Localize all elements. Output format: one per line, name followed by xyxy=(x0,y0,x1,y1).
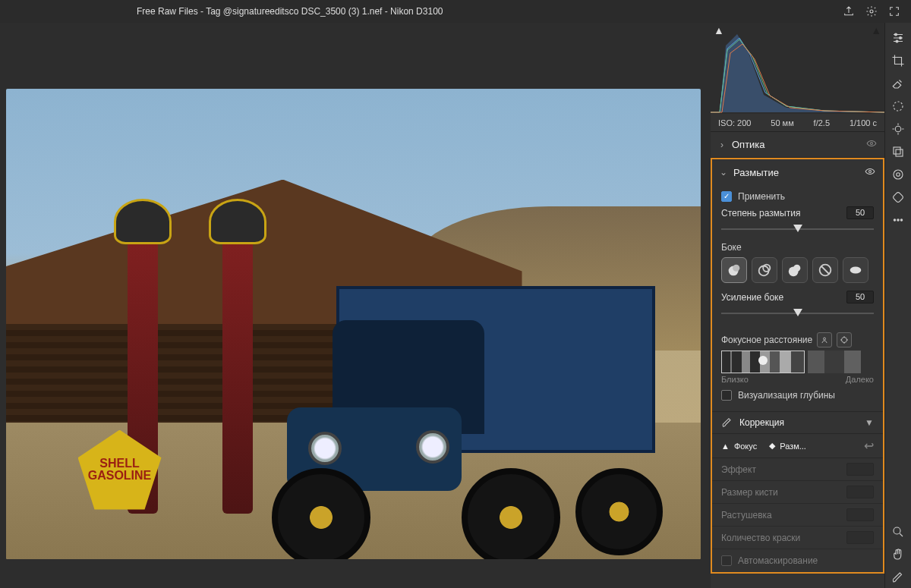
apply-checkbox[interactable] xyxy=(721,191,732,202)
correction-header[interactable]: Коррекция ▼ xyxy=(712,411,883,434)
bokeh-shape-3[interactable] xyxy=(782,257,808,283)
redeye-icon[interactable] xyxy=(887,118,909,140)
svg-point-17 xyxy=(895,126,901,132)
svg-point-8 xyxy=(789,266,799,276)
brush-size-row: Размер кисти xyxy=(712,481,883,504)
more-icon[interactable] xyxy=(887,209,909,231)
svg-point-25 xyxy=(900,219,902,221)
sliders-icon[interactable] xyxy=(887,27,909,49)
chevron-down-icon: ⌄ xyxy=(720,167,727,178)
apply-row[interactable]: Применить xyxy=(721,191,874,202)
eye-icon[interactable] xyxy=(866,138,877,151)
blur-amount-value[interactable]: 50 xyxy=(846,206,874,219)
gear-icon[interactable] xyxy=(862,2,881,20)
focal-depth-rest[interactable] xyxy=(808,351,874,373)
tab-blur[interactable]: ◆ Разм... xyxy=(769,441,806,451)
fullscreen-icon[interactable] xyxy=(885,2,903,20)
far-label: Далеко xyxy=(846,375,874,384)
bokeh-shape-2[interactable] xyxy=(752,257,777,283)
tab-focus[interactable]: ▲ Фокус xyxy=(721,442,757,451)
section-blur-header[interactable]: ⌄ Размытие xyxy=(712,159,883,185)
bokeh-shape-5[interactable] xyxy=(843,257,868,283)
eraser-icon[interactable] xyxy=(887,73,909,94)
svg-point-11 xyxy=(824,338,826,340)
feather-row: Растушевка xyxy=(712,504,883,527)
exif-aperture: f/2.5 xyxy=(814,118,830,127)
svg-point-14 xyxy=(900,37,902,39)
automask-checkbox xyxy=(721,555,732,566)
triangle-icon: ▲ xyxy=(721,442,730,451)
focal-depth-strip[interactable] xyxy=(721,351,805,373)
drop-icon: ◆ xyxy=(769,441,775,451)
blur-amount-label: Степень размытия xyxy=(721,208,846,219)
chevron-right-icon: › xyxy=(718,140,726,150)
svg-point-12 xyxy=(842,338,847,343)
automask-row: Автомаскирование xyxy=(712,549,883,572)
export-icon[interactable] xyxy=(840,2,858,20)
layers-icon[interactable] xyxy=(887,141,909,162)
svg-point-23 xyxy=(894,219,895,221)
subject-select-icon[interactable] xyxy=(817,332,832,347)
svg-point-15 xyxy=(896,40,898,42)
title-bar: Free Raw Files - Tag @signatureeditsco D… xyxy=(0,0,911,23)
bokeh-gain-label: Усиление боке xyxy=(721,292,846,303)
dropdown-icon[interactable]: ▼ xyxy=(865,417,874,428)
adjustments-panel: ▲ ▲ ISO: 200 50 мм f/2.5 1/100 с › Оптик… xyxy=(711,23,884,588)
svg-point-16 xyxy=(894,102,903,111)
correction-title: Коррекция xyxy=(739,417,859,428)
svg-rect-18 xyxy=(894,147,900,154)
apply-label: Применить xyxy=(738,191,785,202)
bokeh-label: Боке xyxy=(721,242,874,253)
brush-tool-icon[interactable] xyxy=(887,567,909,588)
bokeh-shape-4[interactable] xyxy=(812,257,838,283)
paint-amount-row: Количество краски xyxy=(712,527,883,549)
undo-icon[interactable]: ↩ xyxy=(864,439,874,453)
bokeh-gain-slider[interactable] xyxy=(721,308,874,319)
svg-point-1 xyxy=(871,143,873,145)
section-optics[interactable]: › Оптика xyxy=(711,132,884,158)
eye-icon[interactable] xyxy=(865,166,875,179)
near-label: Близко xyxy=(721,375,749,384)
svg-rect-19 xyxy=(896,149,903,156)
patch-icon[interactable] xyxy=(887,187,909,208)
focal-label: Фокусное расстояние xyxy=(721,335,812,345)
svg-point-26 xyxy=(894,527,900,534)
zoom-icon[interactable] xyxy=(887,521,909,542)
blur-amount-slider[interactable] xyxy=(721,224,874,234)
canvas-area[interactable]: SHELL GASOLINE xyxy=(0,23,711,588)
svg-point-2 xyxy=(869,170,872,172)
exif-focal: 50 мм xyxy=(771,118,793,127)
svg-point-10 xyxy=(850,266,862,273)
effect-row: Эффект xyxy=(712,458,883,481)
document-title: Free Raw Files - Tag @signatureeditsco D… xyxy=(8,6,835,17)
tool-rail xyxy=(884,23,911,588)
target-icon[interactable] xyxy=(837,332,852,347)
bokeh-shape-1[interactable] xyxy=(721,257,747,283)
svg-point-6 xyxy=(763,265,770,272)
depth-vis-checkbox[interactable] xyxy=(721,390,732,401)
depth-vis-row[interactable]: Визуализация глубины xyxy=(721,390,874,401)
svg-point-0 xyxy=(870,10,873,13)
svg-point-20 xyxy=(894,170,903,179)
svg-point-21 xyxy=(897,173,900,177)
brush-icon xyxy=(721,417,733,429)
optics-title: Оптика xyxy=(732,139,860,150)
section-blur: ⌄ Размытие Применить Степень размытия 50 xyxy=(711,158,884,574)
svg-point-13 xyxy=(895,33,897,36)
blur-title: Размытие xyxy=(733,167,859,178)
svg-rect-22 xyxy=(893,192,904,203)
image-canvas[interactable]: SHELL GASOLINE xyxy=(6,89,701,559)
depth-vis-label: Визуализация глубины xyxy=(738,390,835,401)
exif-iso: ISO: 200 xyxy=(718,118,751,127)
svg-point-24 xyxy=(897,219,899,221)
exif-readout: ISO: 200 50 мм f/2.5 1/100 с xyxy=(711,114,884,132)
hand-icon[interactable] xyxy=(887,544,909,565)
svg-point-4 xyxy=(733,265,739,272)
bokeh-gain-value[interactable]: 50 xyxy=(846,291,874,303)
crop-icon[interactable] xyxy=(887,50,909,71)
marquee-circle-icon[interactable] xyxy=(887,96,909,117)
histogram[interactable]: ▲ ▲ xyxy=(711,23,884,114)
radial-icon[interactable] xyxy=(887,164,909,185)
exif-shutter: 1/100 с xyxy=(850,118,877,127)
